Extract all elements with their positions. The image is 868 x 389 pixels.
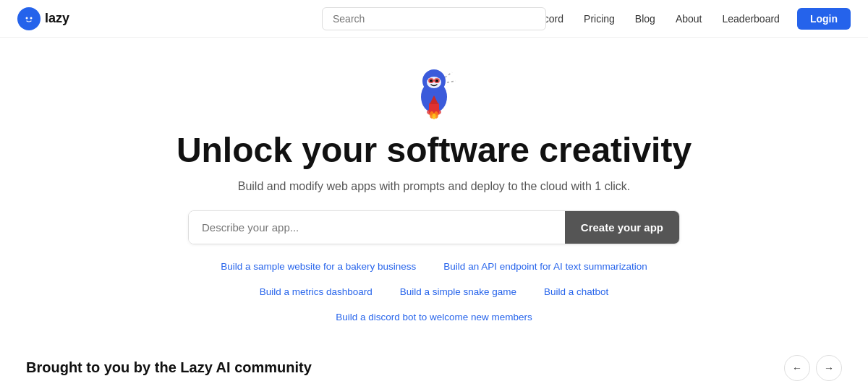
create-app-button[interactable]: Create your app	[565, 211, 679, 244]
chip-1[interactable]: Build an API endpoint for AI text summar…	[433, 257, 657, 275]
search-input[interactable]	[322, 7, 546, 30]
nav-search-container	[322, 7, 546, 30]
chip-2[interactable]: Build a metrics dashboard	[250, 283, 383, 301]
suggestion-chips: Build a sample website for a bakery busi…	[159, 257, 709, 326]
svg-point-0	[22, 12, 35, 25]
mascot-illustration	[398, 59, 470, 124]
hero-title: Unlock your software creativity	[176, 132, 692, 170]
about-label: About	[676, 13, 702, 25]
logo[interactable]: lazy	[17, 7, 69, 30]
leaderboard-label: Leaderboard	[722, 13, 779, 25]
blog-label: Blog	[635, 13, 655, 25]
navbar: lazy Discord Pricing Blog About Leaderbo…	[0, 0, 868, 38]
community-section: Brought to you by the Lazy AI community …	[0, 355, 868, 381]
pricing-link[interactable]: Pricing	[575, 9, 624, 29]
blog-link[interactable]: Blog	[626, 9, 664, 29]
chip-3[interactable]: Build a simple snake game	[390, 283, 527, 301]
logo-text: lazy	[45, 11, 69, 26]
svg-line-17	[445, 72, 452, 77]
leaderboard-link[interactable]: Leaderboard	[713, 9, 788, 29]
prev-button[interactable]: ←	[784, 355, 810, 381]
app-describe-input[interactable]	[189, 211, 565, 244]
svg-point-2	[30, 17, 33, 19]
login-button[interactable]: Login	[797, 8, 851, 30]
about-link[interactable]: About	[667, 9, 711, 29]
svg-point-1	[26, 17, 28, 19]
chip-0[interactable]: Build a sample website for a bakery busi…	[210, 257, 426, 275]
next-button[interactable]: →	[816, 355, 842, 381]
chip-5[interactable]: Build a discord bot to welcome new membe…	[326, 308, 542, 326]
svg-line-18	[447, 81, 456, 82]
logo-icon	[17, 7, 41, 30]
svg-point-16	[433, 114, 436, 119]
pricing-label: Pricing	[584, 13, 615, 25]
chip-4[interactable]: Build a chatbot	[534, 283, 618, 301]
hero-subtitle: Build and modify web apps with prompts a…	[238, 180, 631, 193]
app-search-bar: Create your app	[188, 210, 680, 244]
carousel-controls: ← →	[784, 355, 842, 381]
nav-right: Discord Pricing Blog About Leaderboard L…	[502, 7, 851, 30]
hero-section: Unlock your software creativity Build an…	[0, 38, 868, 352]
community-title: Brought to you by the Lazy AI community	[26, 359, 312, 376]
